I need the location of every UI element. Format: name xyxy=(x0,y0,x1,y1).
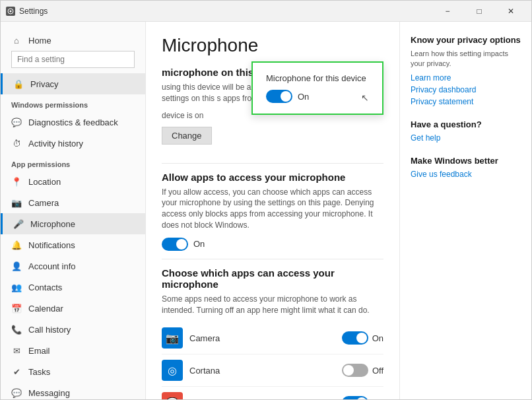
sidebar-item-activity[interactable]: ⏱ Activity history xyxy=(1,133,145,154)
section2-toggle-label: On xyxy=(193,239,205,249)
account-icon: 👤 xyxy=(11,261,22,271)
learn-more-link[interactable]: Learn more xyxy=(411,73,521,83)
settings-icon xyxy=(6,7,15,16)
section-label-app: App permissions xyxy=(1,154,145,171)
tasks-icon: ✔ xyxy=(11,366,22,377)
titlebar-left: Settings xyxy=(6,7,48,16)
sidebar-label-contacts: Contacts xyxy=(28,283,62,292)
close-button[interactable]: ✕ xyxy=(496,1,526,22)
app-row: 💬Feedback HubOn xyxy=(162,387,383,399)
sidebar-label-tasks: Tasks xyxy=(28,367,50,377)
titlebar-controls: − □ ✕ xyxy=(432,1,526,22)
app-toggle-label: On xyxy=(372,333,383,343)
sidebar-item-location[interactable]: 📍 Location xyxy=(1,171,145,192)
section2-toggle[interactable] xyxy=(162,238,188,251)
app-toggle[interactable] xyxy=(342,396,368,399)
sidebar-item-camera[interactable]: 📷 Camera xyxy=(1,192,145,213)
app-toggle-row: On xyxy=(342,331,383,345)
privacy-dashboard-link[interactable]: Privacy dashboard xyxy=(411,85,521,94)
main-content: ⌂ Home 🔒 Privacy Windows permissions 💬 D… xyxy=(1,22,531,399)
popup-label: Microphone for this device xyxy=(266,73,369,83)
home-icon: ⌂ xyxy=(11,35,22,46)
sidebar-header: ⌂ Home xyxy=(1,22,145,73)
section3-heading: Choose which apps can access your microp… xyxy=(162,267,383,290)
sidebar-item-messaging[interactable]: 💬 Messaging xyxy=(1,382,145,399)
app-icon: 💬 xyxy=(162,392,183,399)
titlebar-title: Settings xyxy=(19,7,48,16)
search-input[interactable] xyxy=(11,51,135,68)
app-toggle-row: On xyxy=(342,396,383,399)
app-name: Feedback Hub xyxy=(189,398,246,399)
section-label-windows: Windows permissions xyxy=(1,94,145,112)
maximize-button[interactable]: □ xyxy=(464,1,494,22)
svg-point-1 xyxy=(10,10,12,12)
notifications-icon: 🔔 xyxy=(11,240,22,250)
sidebar-item-privacy[interactable]: 🔒 Privacy xyxy=(1,73,145,94)
contacts-icon: 👥 xyxy=(11,282,22,292)
app-left: ◎Cortana xyxy=(162,360,220,381)
sidebar-label-location: Location xyxy=(28,177,61,187)
sidebar: ⌂ Home 🔒 Privacy Windows permissions 💬 D… xyxy=(1,22,146,399)
location-icon: 📍 xyxy=(11,176,22,187)
divider2 xyxy=(162,259,383,259)
app-toggle-slider[interactable] xyxy=(342,396,368,399)
sidebar-item-diagnostics[interactable]: 💬 Diagnostics & feedback xyxy=(1,112,145,133)
app-toggle-slider[interactable] xyxy=(342,331,368,345)
privacy-statement-link[interactable]: Privacy statement xyxy=(411,97,521,106)
section2-toggle-slider[interactable] xyxy=(162,238,188,251)
give-feedback-link[interactable]: Give us feedback xyxy=(411,170,521,179)
change-button[interactable]: Change xyxy=(162,127,212,145)
popup-toggle-slider[interactable] xyxy=(266,90,292,103)
app-icon: ◎ xyxy=(162,360,183,381)
app-toggle[interactable] xyxy=(342,364,368,377)
popup-toggle-label: On xyxy=(298,92,309,102)
right-section-feedback: Make Windows better Give us feedback xyxy=(411,156,521,179)
sidebar-label-calendar: Calendar xyxy=(28,304,63,314)
minimize-button[interactable]: − xyxy=(432,1,463,22)
activity-icon: ⏱ xyxy=(11,138,22,149)
app-toggle[interactable] xyxy=(342,331,368,345)
get-help-link[interactable]: Get help xyxy=(411,133,521,143)
sidebar-label-callhistory: Call history xyxy=(28,325,71,335)
sidebar-item-home[interactable]: ⌂ Home xyxy=(11,30,135,51)
sidebar-item-callhistory[interactable]: 📞 Call history xyxy=(1,319,145,340)
calendar-icon: 📅 xyxy=(11,303,22,314)
section2-toggle-row: On xyxy=(162,238,383,251)
sidebar-label-diagnostics: Diagnostics & feedback xyxy=(28,117,118,127)
sidebar-label-notifications: Notifications xyxy=(28,240,75,250)
sidebar-item-calendar[interactable]: 📅 Calendar xyxy=(1,298,145,319)
app-toggle-label: Off xyxy=(372,366,383,376)
sidebar-label-privacy: Privacy xyxy=(30,79,59,89)
app-name: Camera xyxy=(189,333,220,343)
right-panel: Know your privacy options Learn how this… xyxy=(399,22,531,399)
app-toggle-row: Off xyxy=(342,364,383,377)
sidebar-item-contacts[interactable]: 👥 Contacts xyxy=(1,277,145,298)
app-toggle-slider[interactable] xyxy=(342,364,368,377)
sidebar-label-activity: Activity history xyxy=(28,139,83,149)
right-heading-feedback: Make Windows better xyxy=(411,156,521,166)
app-name: Cortana xyxy=(189,366,220,376)
popup-toggle-row: On xyxy=(266,90,369,103)
right-section-privacy: Know your privacy options Learn how this… xyxy=(411,35,521,106)
sidebar-item-notifications[interactable]: 🔔 Notifications xyxy=(1,234,145,255)
app-left: 💬Feedback Hub xyxy=(162,392,246,399)
section2-desc: If you allow access, you can choose whic… xyxy=(162,187,383,231)
sidebar-item-microphone[interactable]: 🎤 Microphone xyxy=(1,213,145,234)
popup-toggle[interactable] xyxy=(266,90,292,103)
app-icon: 📷 xyxy=(162,327,183,349)
right-desc-privacy: Learn how this setting impacts your priv… xyxy=(411,49,521,69)
right-heading-privacy: Know your privacy options xyxy=(411,35,521,45)
camera-icon: 📷 xyxy=(11,197,22,208)
sidebar-item-account[interactable]: 👤 Account info xyxy=(1,255,145,277)
app-list: 📷CameraOn◎CortanaOff💬Feedback HubOn✉Mess… xyxy=(162,322,383,399)
sidebar-label-messaging: Messaging xyxy=(28,388,70,398)
sidebar-item-email[interactable]: ✉ Email xyxy=(1,340,145,361)
sidebar-item-tasks[interactable]: ✔ Tasks xyxy=(1,361,145,382)
microphone-icon: 🎤 xyxy=(13,218,24,229)
lock-icon: 🔒 xyxy=(13,79,24,89)
cursor-indicator: ↖ xyxy=(361,92,369,103)
app-window: Settings − □ ✕ ⌂ Home 🔒 Privacy Windows … xyxy=(0,0,532,400)
sidebar-label-account: Account info xyxy=(28,261,76,271)
sidebar-label-email: Email xyxy=(28,346,50,356)
app-row: 📷CameraOn xyxy=(162,322,383,354)
